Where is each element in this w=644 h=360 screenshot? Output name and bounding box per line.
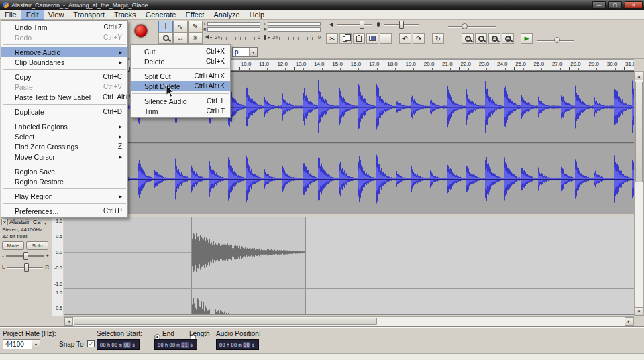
- selection-tool[interactable]: I: [158, 21, 173, 32]
- track-menu-arrow-icon[interactable]: ▾: [44, 221, 46, 225]
- menubar: FileEditViewTransportTracksGenerateEffec…: [0, 10, 644, 20]
- recording-meter[interactable]: L R ▾ -24 0: [263, 21, 321, 42]
- menu-item-delete[interactable]: DeleteCtrl+K: [131, 56, 230, 66]
- copy-button[interactable]: [339, 33, 352, 44]
- snap-to-checkbox[interactable]: ✓: [87, 340, 95, 347]
- play-at-speed-button[interactable]: ▶: [521, 33, 533, 44]
- playback-speed-slider[interactable]: [448, 26, 496, 27]
- play-at-speed-slider[interactable]: [537, 40, 574, 41]
- menu-item-region-save[interactable]: Region Save: [1, 166, 127, 176]
- menu-item-preferences[interactable]: Preferences...Ctrl+P: [1, 206, 127, 216]
- selection-end-time-input[interactable]: 00h00m01s: [154, 339, 197, 350]
- paste-button[interactable]: [353, 33, 365, 44]
- menu-item-cut[interactable]: CutCtrl+X: [131, 46, 230, 56]
- trim-outside-button[interactable]: [366, 33, 378, 44]
- menu-item-trim[interactable]: TrimCtrl+T: [131, 106, 230, 116]
- menu-transport[interactable]: Transport: [68, 10, 109, 19]
- gain-slider[interactable]: [6, 255, 44, 257]
- scroll-right-button[interactable]: ▸: [625, 317, 633, 326]
- menu-item-paste-text-to-new-label[interactable]: Paste Text to New LabelCtrl+Alt+V: [1, 92, 127, 102]
- device-select[interactable]: p ▾: [232, 47, 258, 57]
- track-close-button[interactable]: ✕: [1, 219, 8, 225]
- menu-item-split-delete[interactable]: Split DeleteCtrl+Alt+K: [131, 81, 230, 91]
- menu-item-redo[interactable]: RedoCtrl+Y: [1, 32, 127, 42]
- multi-tool[interactable]: ✳: [188, 32, 203, 44]
- ruler-tick-minor: [450, 68, 451, 70]
- track1-right-channel-waveform[interactable]: [64, 144, 634, 214]
- fit-project-button[interactable]: ▭: [502, 33, 514, 44]
- silence-button[interactable]: [380, 33, 392, 44]
- draw-tool[interactable]: ✎: [188, 21, 203, 32]
- menu-item-paste[interactable]: PasteCtrl+V: [1, 82, 127, 92]
- titlebar[interactable]: Alastair_Cameron_-_Arriving_at_the_Magic…: [0, 0, 644, 10]
- output-volume-slider[interactable]: [337, 24, 372, 25]
- horizontal-scrollbar[interactable]: ◂ ▸: [64, 316, 634, 326]
- vertical-scroll-thumb[interactable]: [635, 82, 643, 182]
- menu-effect[interactable]: Effect: [181, 10, 209, 19]
- menu-analyze[interactable]: Analyze: [209, 10, 244, 19]
- scroll-up-button[interactable]: ▴: [635, 72, 643, 80]
- envelope-tool[interactable]: ∿: [173, 21, 188, 32]
- time-s-unit: s: [190, 342, 193, 348]
- project-rate-value: 44100: [3, 341, 32, 348]
- loop-play-button[interactable]: ↻: [432, 33, 444, 44]
- maximize-button[interactable]: ▢: [608, 1, 622, 9]
- zoom-out-button[interactable]: −: [475, 33, 487, 44]
- menu-item-copy[interactable]: CopyCtrl+C: [1, 72, 127, 82]
- menu-tracks[interactable]: Tracks: [109, 10, 141, 19]
- menu-item-split-cut[interactable]: Split CutCtrl+Alt+X: [131, 71, 230, 81]
- project-rate-select[interactable]: 44100 ▾: [3, 339, 40, 349]
- channel-divider: [64, 288, 634, 289]
- menu-item-silence-audio[interactable]: Silence AudioCtrl+L: [131, 96, 230, 106]
- pan-slider-row: L R: [2, 264, 49, 270]
- timeshift-tool[interactable]: ↔: [173, 32, 188, 44]
- menu-help[interactable]: Help: [245, 10, 270, 19]
- pan-slider[interactable]: [7, 267, 43, 268]
- menu-item-move-cursor[interactable]: Move Cursor▸: [1, 152, 127, 162]
- meter-bar: [268, 27, 321, 32]
- vertical-scrollbar[interactable]: ▴ ▾: [634, 71, 644, 316]
- menu-item-select[interactable]: Select▸: [1, 131, 127, 141]
- menu-item-play-region[interactable]: Play Region▸: [1, 191, 127, 201]
- minimize-button[interactable]: —: [592, 1, 606, 9]
- input-volume-slider[interactable]: [384, 24, 419, 25]
- cut-button[interactable]: ✂: [326, 33, 338, 44]
- record-button[interactable]: [134, 24, 148, 38]
- menu-item-remove-audio[interactable]: Remove Audio▸: [1, 47, 127, 57]
- solo-button[interactable]: Solo: [26, 241, 48, 250]
- undo-button[interactable]: ↶: [399, 33, 411, 44]
- menu-item-undo-trim[interactable]: Undo TrimCtrl+Z: [1, 22, 127, 32]
- menu-item-shortcut: Ctrl+D: [91, 108, 122, 115]
- menu-file[interactable]: File: [0, 10, 21, 19]
- playback-meter[interactable]: L R ▾ -24 0: [203, 21, 260, 42]
- menu-item-labeled-regions[interactable]: Labeled Regions▸: [1, 121, 127, 131]
- meter-scale-ticks: [279, 37, 317, 40]
- scroll-down-button[interactable]: ▾: [635, 307, 643, 316]
- fit-selection-button[interactable]: ⇔: [488, 33, 500, 44]
- dropdown-arrow-icon[interactable]: ▾: [268, 35, 270, 40]
- ruler-label: 23.0: [479, 61, 490, 67]
- audio-position-time-input[interactable]: 00h00m00s: [216, 339, 259, 350]
- menu-item-duplicate[interactable]: DuplicateCtrl+D: [1, 107, 127, 117]
- track-title[interactable]: Alastair_Ca: [9, 219, 43, 225]
- zoom-in-button[interactable]: +: [462, 33, 474, 44]
- zoom-tool[interactable]: [158, 32, 173, 44]
- menu-item-region-restore[interactable]: Region Restore: [1, 176, 127, 186]
- menu-edit[interactable]: Edit: [21, 10, 44, 19]
- ruler-tick-minor: [285, 68, 286, 70]
- menu-item-find-zero-crossings[interactable]: Find Zero CrossingsZ: [1, 141, 127, 152]
- menu-view[interactable]: View: [44, 10, 69, 19]
- horizontal-scroll-thumb[interactable]: [74, 318, 377, 325]
- selection-start-time-input[interactable]: 00h00m00s: [97, 339, 140, 350]
- mute-button[interactable]: Mute: [2, 241, 24, 250]
- track2-left-channel-waveform[interactable]: [64, 217, 634, 288]
- ruler-label: 13.0: [296, 61, 307, 67]
- menu-item-clip-boundaries[interactable]: Clip Boundaries▸: [1, 57, 127, 67]
- redo-button[interactable]: ↷: [413, 33, 425, 44]
- menu-generate[interactable]: Generate: [141, 10, 181, 19]
- close-button[interactable]: ✕: [625, 1, 643, 9]
- dropdown-arrow-icon[interactable]: ▾: [210, 35, 212, 40]
- track2-right-channel-waveform[interactable]: [64, 289, 634, 314]
- ruler-label: 30.0: [607, 61, 618, 67]
- scroll-left-button[interactable]: ◂: [64, 317, 73, 326]
